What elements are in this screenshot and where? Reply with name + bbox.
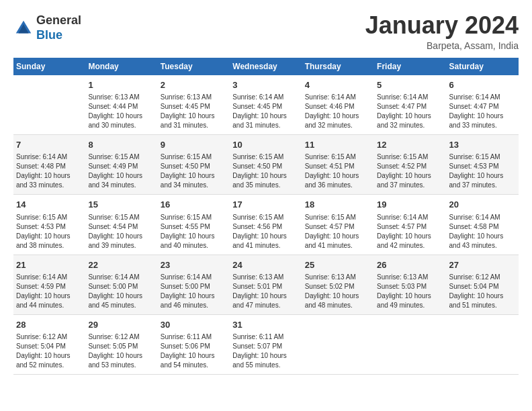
- day-info: Sunrise: 6:14 AMSunset: 4:45 PMDaylight:…: [232, 93, 299, 130]
- day-info: Sunrise: 6:14 AMSunset: 4:59 PMDaylight:…: [16, 273, 83, 310]
- calendar-cell: 8Sunrise: 6:15 AMSunset: 4:49 PMDaylight…: [85, 135, 157, 195]
- day-info: Sunrise: 6:14 AMSunset: 4:46 PMDaylight:…: [305, 93, 371, 130]
- calendar-cell: 30Sunrise: 6:11 AMSunset: 5:06 PMDayligh…: [158, 314, 230, 374]
- day-number: 29: [88, 319, 154, 331]
- header-wednesday: Wednesday: [230, 58, 302, 75]
- day-number: 7: [16, 139, 83, 151]
- calendar-cell: 31Sunrise: 6:11 AMSunset: 5:07 PMDayligh…: [230, 314, 302, 374]
- week-row-2: 7Sunrise: 6:14 AMSunset: 4:48 PMDaylight…: [13, 135, 519, 195]
- day-info: Sunrise: 6:15 AMSunset: 4:53 PMDaylight:…: [16, 213, 83, 250]
- header-saturday: Saturday: [447, 58, 519, 75]
- day-info: Sunrise: 6:14 AMSunset: 4:48 PMDaylight:…: [16, 152, 83, 190]
- day-info: Sunrise: 6:14 AMSunset: 4:58 PMDaylight:…: [449, 213, 516, 250]
- calendar-cell: 2Sunrise: 6:13 AMSunset: 4:45 PMDaylight…: [158, 75, 230, 135]
- day-number: 17: [232, 199, 299, 211]
- calendar-cell: 23Sunrise: 6:14 AMSunset: 5:00 PMDayligh…: [158, 255, 230, 314]
- day-number: 26: [377, 259, 443, 271]
- day-number: 27: [449, 259, 516, 271]
- day-number: 30: [161, 319, 227, 331]
- day-number: 3: [232, 79, 299, 91]
- day-number: 22: [88, 259, 154, 271]
- logo-general: General: [36, 13, 81, 27]
- day-number: 15: [88, 199, 154, 211]
- day-info: Sunrise: 6:13 AMSunset: 5:01 PMDaylight:…: [232, 273, 299, 310]
- day-number: 6: [449, 79, 516, 91]
- day-number: 20: [449, 199, 516, 211]
- day-number: 18: [305, 199, 371, 211]
- day-info: Sunrise: 6:13 AMSunset: 4:44 PMDaylight:…: [88, 93, 154, 130]
- calendar-cell: 15Sunrise: 6:15 AMSunset: 4:54 PMDayligh…: [85, 195, 157, 255]
- calendar-table: SundayMondayTuesdayWednesdayThursdayFrid…: [13, 58, 519, 375]
- header-thursday: Thursday: [302, 58, 374, 75]
- day-info: Sunrise: 6:14 AMSunset: 5:00 PMDaylight:…: [161, 273, 227, 310]
- logo-icon: [13, 18, 34, 38]
- calendar-cell: 13Sunrise: 6:15 AMSunset: 4:53 PMDayligh…: [447, 135, 519, 195]
- location-subtitle: Barpeta, Assam, India: [365, 40, 519, 51]
- logo-blue: Blue: [36, 28, 62, 42]
- day-info: Sunrise: 6:15 AMSunset: 4:55 PMDaylight:…: [161, 213, 227, 250]
- calendar-cell: [447, 314, 519, 374]
- calendar-cell: 29Sunrise: 6:12 AMSunset: 5:05 PMDayligh…: [85, 314, 157, 374]
- calendar-cell: 16Sunrise: 6:15 AMSunset: 4:55 PMDayligh…: [158, 195, 230, 255]
- calendar-cell: 4Sunrise: 6:14 AMSunset: 4:46 PMDaylight…: [302, 75, 374, 135]
- day-number: 4: [305, 79, 371, 91]
- calendar-cell: 19Sunrise: 6:14 AMSunset: 4:57 PMDayligh…: [374, 195, 446, 255]
- calendar-header: SundayMondayTuesdayWednesdayThursdayFrid…: [13, 58, 519, 75]
- day-info: Sunrise: 6:14 AMSunset: 4:57 PMDaylight:…: [377, 213, 443, 250]
- calendar-cell: 28Sunrise: 6:12 AMSunset: 5:04 PMDayligh…: [13, 314, 85, 374]
- day-number: 9: [161, 139, 227, 151]
- calendar-cell: 26Sunrise: 6:13 AMSunset: 5:03 PMDayligh…: [374, 255, 446, 314]
- calendar-cell: 7Sunrise: 6:14 AMSunset: 4:48 PMDaylight…: [13, 135, 85, 195]
- calendar-cell: 5Sunrise: 6:14 AMSunset: 4:47 PMDaylight…: [374, 75, 446, 135]
- calendar-cell: 6Sunrise: 6:14 AMSunset: 4:47 PMDaylight…: [447, 75, 519, 135]
- page-header: General Blue January 2024 Barpeta, Assam…: [13, 13, 519, 51]
- calendar-body: 1Sunrise: 6:13 AMSunset: 4:44 PMDaylight…: [13, 75, 519, 374]
- calendar-cell: 25Sunrise: 6:13 AMSunset: 5:02 PMDayligh…: [302, 255, 374, 314]
- logo: General Blue: [13, 13, 81, 42]
- day-info: Sunrise: 6:14 AMSunset: 4:47 PMDaylight:…: [377, 93, 443, 130]
- calendar-cell: 11Sunrise: 6:15 AMSunset: 4:51 PMDayligh…: [302, 135, 374, 195]
- day-info: Sunrise: 6:13 AMSunset: 4:45 PMDaylight:…: [161, 93, 227, 130]
- day-info: Sunrise: 6:15 AMSunset: 4:56 PMDaylight:…: [232, 213, 299, 250]
- day-number: 13: [449, 139, 516, 151]
- day-info: Sunrise: 6:15 AMSunset: 4:52 PMDaylight:…: [377, 152, 443, 190]
- calendar-cell: 9Sunrise: 6:15 AMSunset: 4:50 PMDaylight…: [158, 135, 230, 195]
- day-info: Sunrise: 6:15 AMSunset: 4:50 PMDaylight:…: [232, 152, 299, 190]
- header-sunday: Sunday: [13, 58, 85, 75]
- calendar-cell: 20Sunrise: 6:14 AMSunset: 4:58 PMDayligh…: [447, 195, 519, 255]
- day-info: Sunrise: 6:15 AMSunset: 4:50 PMDaylight:…: [161, 152, 227, 190]
- day-number: 31: [232, 319, 299, 331]
- day-info: Sunrise: 6:11 AMSunset: 5:07 PMDaylight:…: [232, 332, 299, 370]
- calendar-cell: 14Sunrise: 6:15 AMSunset: 4:53 PMDayligh…: [13, 195, 85, 255]
- calendar-cell: 12Sunrise: 6:15 AMSunset: 4:52 PMDayligh…: [374, 135, 446, 195]
- day-info: Sunrise: 6:12 AMSunset: 5:04 PMDaylight:…: [449, 273, 516, 310]
- day-number: 14: [16, 199, 83, 211]
- header-row: SundayMondayTuesdayWednesdayThursdayFrid…: [13, 58, 519, 75]
- day-number: 19: [377, 199, 443, 211]
- day-number: 12: [377, 139, 443, 151]
- header-monday: Monday: [85, 58, 157, 75]
- calendar-cell: 21Sunrise: 6:14 AMSunset: 4:59 PMDayligh…: [13, 255, 85, 314]
- day-info: Sunrise: 6:15 AMSunset: 4:57 PMDaylight:…: [305, 213, 371, 250]
- day-info: Sunrise: 6:15 AMSunset: 4:54 PMDaylight:…: [88, 213, 154, 250]
- week-row-3: 14Sunrise: 6:15 AMSunset: 4:53 PMDayligh…: [13, 195, 519, 255]
- calendar-cell: 3Sunrise: 6:14 AMSunset: 4:45 PMDaylight…: [230, 75, 302, 135]
- day-number: 21: [16, 259, 83, 271]
- calendar-cell: 1Sunrise: 6:13 AMSunset: 4:44 PMDaylight…: [85, 75, 157, 135]
- day-info: Sunrise: 6:14 AMSunset: 4:47 PMDaylight:…: [449, 93, 516, 130]
- week-row-1: 1Sunrise: 6:13 AMSunset: 4:44 PMDaylight…: [13, 75, 519, 135]
- calendar-cell: 22Sunrise: 6:14 AMSunset: 5:00 PMDayligh…: [85, 255, 157, 314]
- calendar-cell: 10Sunrise: 6:15 AMSunset: 4:50 PMDayligh…: [230, 135, 302, 195]
- header-friday: Friday: [374, 58, 446, 75]
- day-number: 8: [88, 139, 154, 151]
- day-number: 23: [161, 259, 227, 271]
- day-info: Sunrise: 6:11 AMSunset: 5:06 PMDaylight:…: [161, 332, 227, 370]
- day-info: Sunrise: 6:13 AMSunset: 5:02 PMDaylight:…: [305, 273, 371, 310]
- day-number: 2: [161, 79, 227, 91]
- calendar-cell: 24Sunrise: 6:13 AMSunset: 5:01 PMDayligh…: [230, 255, 302, 314]
- logo-text: General Blue: [36, 13, 81, 42]
- calendar-cell: 18Sunrise: 6:15 AMSunset: 4:57 PMDayligh…: [302, 195, 374, 255]
- day-info: Sunrise: 6:14 AMSunset: 5:00 PMDaylight:…: [88, 273, 154, 310]
- day-number: 10: [232, 139, 299, 151]
- day-number: 28: [16, 319, 83, 331]
